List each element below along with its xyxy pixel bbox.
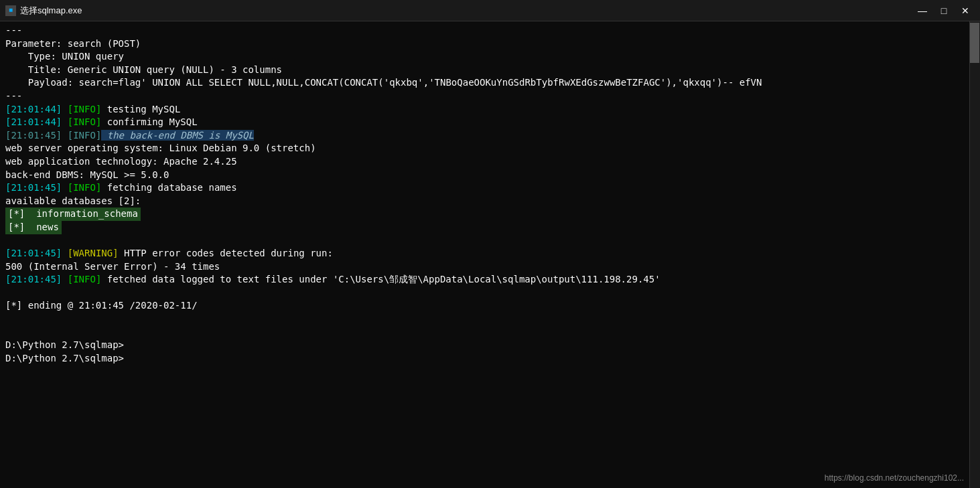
maximize-button[interactable]: □ (934, 4, 953, 17)
window-controls: — □ ✕ (913, 4, 975, 17)
terminal-window[interactable]: --- Parameter: search (POST) Type: UNION… (0, 21, 980, 488)
scrollbar-thumb[interactable] (970, 23, 979, 63)
minimize-button[interactable]: — (913, 4, 932, 17)
scrollbar[interactable] (969, 21, 980, 488)
close-button[interactable]: ✕ (956, 4, 975, 17)
title-bar-left: ■ 选择sqlmap.exe (5, 5, 82, 17)
app-icon: ■ (5, 5, 16, 16)
watermark: https://blog.csdn.net/zouchengzhi102... (825, 473, 964, 483)
window-title: 选择sqlmap.exe (20, 5, 82, 17)
terminal-output: --- Parameter: search (POST) Type: UNION… (5, 24, 975, 365)
title-bar: ■ 选择sqlmap.exe — □ ✕ (0, 0, 980, 21)
